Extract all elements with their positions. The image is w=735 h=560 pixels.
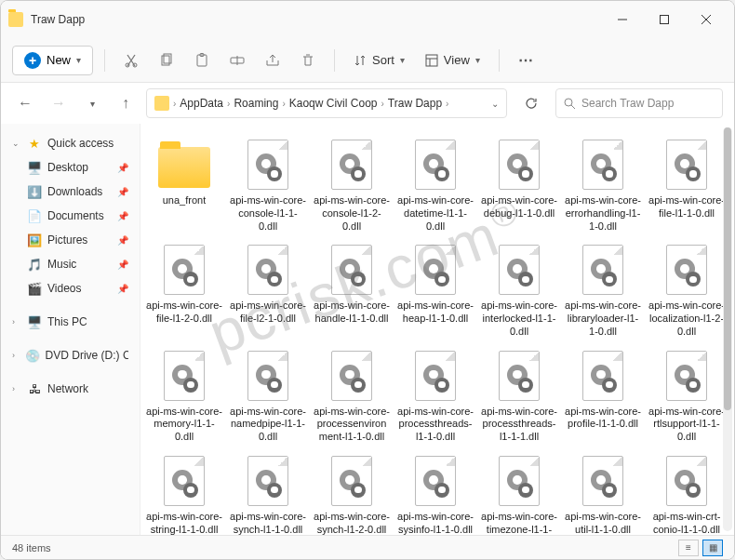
view-icon xyxy=(425,54,438,67)
dll-icon xyxy=(666,456,707,506)
search-icon xyxy=(564,98,576,110)
share-button[interactable] xyxy=(258,46,287,75)
breadcrumb-item[interactable]: AppData xyxy=(180,97,223,110)
item-icon: 📄 xyxy=(27,208,42,223)
sidebar-item[interactable]: ⬇️Downloads📌 xyxy=(5,180,136,204)
file-item[interactable]: api-ms-win-core-heap-l1-1-0.dll xyxy=(395,240,475,341)
file-item[interactable]: api-ms-win-core-localization-l1-2-0.dll xyxy=(647,240,727,341)
file-item[interactable]: api-ms-win-core-errorhandling-l1-1-0.dll xyxy=(563,135,643,236)
more-button[interactable]: ⋯ xyxy=(511,46,541,75)
recent-button[interactable]: ▾ xyxy=(79,90,105,116)
icons-view-toggle[interactable]: ▦ xyxy=(702,540,723,556)
file-label: api-ms-win-core-libraryloader-l1-1-0.dll xyxy=(565,300,641,338)
file-item[interactable]: api-ms-win-core-file-l1-2-0.dll xyxy=(144,240,224,341)
cut-button[interactable] xyxy=(116,46,146,75)
breadcrumb-item[interactable]: Traw Dapp xyxy=(388,97,442,110)
item-icon: 🖥️ xyxy=(27,160,42,175)
sidebar-label: Quick access xyxy=(47,137,114,150)
rename-button[interactable] xyxy=(222,46,252,75)
file-label: api-ms-win-core-interlocked-l1-1-0.dll xyxy=(481,300,557,338)
file-item[interactable]: api-ms-win-core-console-l1-2-0.dll xyxy=(312,135,392,236)
file-label: api-ms-win-core-memory-l1-1-0.dll xyxy=(146,406,222,444)
files-view[interactable]: una_frontapi-ms-win-core-console-l1-1-0.… xyxy=(140,124,734,535)
sidebar-quick-access[interactable]: ⌄ ★ Quick access xyxy=(5,131,136,155)
chevron-down-icon: ⌄ xyxy=(12,139,21,148)
minimize-button[interactable] xyxy=(601,6,643,33)
breadcrumb-item[interactable]: Kaoqw Civil Coop xyxy=(289,97,378,110)
details-view-toggle[interactable]: ≡ xyxy=(678,540,699,556)
sidebar-this-pc[interactable]: › 🖥️ This PC xyxy=(5,310,136,334)
file-item[interactable]: api-ms-win-crt-conio-l1-1-0.dll xyxy=(647,451,727,535)
gear-icon xyxy=(434,167,449,181)
scroll-thumb[interactable] xyxy=(724,127,731,410)
file-item[interactable]: api-ms-win-core-timezone-l1-1-0.dll xyxy=(479,451,559,535)
breadcrumb[interactable]: › AppData › Roaming › Kaoqw Civil Coop ›… xyxy=(146,88,507,118)
item-icon: 🖼️ xyxy=(27,233,42,247)
gear-icon xyxy=(267,272,282,287)
dll-icon xyxy=(331,140,372,190)
file-item[interactable]: api-ms-win-core-processenvironment-l1-1-… xyxy=(312,346,392,447)
chevron-right-icon: › xyxy=(227,99,230,109)
file-item[interactable]: api-ms-win-core-debug-l1-1-0.dll xyxy=(479,135,559,236)
sidebar-item[interactable]: 🎬Videos📌 xyxy=(5,276,136,300)
breadcrumb-item[interactable]: Roaming xyxy=(234,97,278,110)
back-button[interactable]: ← xyxy=(12,90,38,116)
gear-icon xyxy=(602,272,617,287)
file-item[interactable]: api-ms-win-core-processthreads-l1-1-0.dl… xyxy=(395,346,475,447)
refresh-button[interactable] xyxy=(518,90,544,116)
sidebar-item[interactable]: 🖥️Desktop📌 xyxy=(5,155,136,180)
file-item[interactable]: api-ms-win-core-interlocked-l1-1-0.dll xyxy=(479,240,559,341)
navbar: ← → ▾ ↑ › AppData › Roaming › Kaoqw Civi… xyxy=(1,83,734,124)
sidebar-item[interactable]: 📄Documents📌 xyxy=(5,204,136,228)
sidebar-item[interactable]: 🎵Music📌 xyxy=(5,252,136,276)
sidebar-item[interactable]: 🖼️Pictures📌 xyxy=(5,228,136,252)
file-item[interactable]: api-ms-win-core-util-l1-1-0.dll xyxy=(563,451,643,535)
up-button[interactable]: ↑ xyxy=(113,90,139,116)
file-item[interactable]: api-ms-win-core-console-l1-1-0.dll xyxy=(228,135,308,236)
file-item[interactable]: api-ms-win-core-libraryloader-l1-1-0.dll xyxy=(563,240,643,341)
gear-icon xyxy=(183,378,198,393)
file-label: api-ms-win-core-debug-l1-1-0.dll xyxy=(481,194,557,220)
chevron-down-icon: ▾ xyxy=(76,55,81,65)
file-item[interactable]: api-ms-win-core-file-l2-1-0.dll xyxy=(228,240,308,341)
folder-item[interactable]: una_front xyxy=(144,135,224,236)
close-button[interactable] xyxy=(685,6,727,33)
file-item[interactable]: api-ms-win-core-rtlsupport-l1-1-0.dll xyxy=(647,346,727,447)
dll-icon xyxy=(582,245,623,295)
chevron-down-icon[interactable]: ⌄ xyxy=(491,99,499,109)
file-item[interactable]: api-ms-win-core-string-l1-1-0.dll xyxy=(144,451,224,535)
file-item[interactable]: api-ms-win-core-memory-l1-1-0.dll xyxy=(144,346,224,447)
file-item[interactable]: api-ms-win-core-handle-l1-1-0.dll xyxy=(312,240,392,341)
delete-button[interactable] xyxy=(293,46,323,75)
sidebar-label: Network xyxy=(47,382,88,395)
sort-button[interactable]: Sort ▾ xyxy=(346,49,412,71)
copy-button[interactable] xyxy=(152,46,181,75)
file-item[interactable]: api-ms-win-core-synch-l1-1-0.dll xyxy=(228,451,308,535)
file-item[interactable]: api-ms-win-core-synch-l1-2-0.dll xyxy=(312,451,392,535)
file-item[interactable]: api-ms-win-core-datetime-l1-1-0.dll xyxy=(395,135,475,236)
file-item[interactable]: api-ms-win-core-sysinfo-l1-1-0.dll xyxy=(395,451,475,535)
file-item[interactable]: api-ms-win-core-profile-l1-1-0.dll xyxy=(563,346,643,447)
search-input[interactable]: Search Traw Dapp xyxy=(555,88,723,118)
gear-icon xyxy=(518,167,533,181)
gear-icon xyxy=(183,483,198,498)
file-label: api-ms-win-core-console-l1-1-0.dll xyxy=(230,194,306,233)
file-label: api-ms-win-core-file-l2-1-0.dll xyxy=(230,300,306,326)
new-button[interactable]: + New ▾ xyxy=(12,46,93,75)
maximize-button[interactable] xyxy=(643,6,685,33)
file-label: api-ms-win-core-handle-l1-1-0.dll xyxy=(314,300,390,326)
view-button[interactable]: View ▾ xyxy=(418,49,488,71)
file-item[interactable]: api-ms-win-core-file-l1-1-0.dll xyxy=(647,135,727,236)
sidebar-dvd[interactable]: › 💿 DVD Drive (D:) CCCC xyxy=(5,343,136,367)
item-icon: ⬇️ xyxy=(27,184,42,199)
file-label: api-ms-win-core-timezone-l1-1-0.dll xyxy=(481,511,557,535)
sidebar-network[interactable]: › 🖧 Network xyxy=(5,377,136,401)
scrollbar[interactable] xyxy=(723,127,732,531)
gear-icon xyxy=(351,378,366,393)
file-icon-wrap xyxy=(242,139,294,191)
forward-button[interactable]: → xyxy=(46,90,72,116)
paste-button[interactable] xyxy=(187,46,217,75)
sidebar-item-label: Documents xyxy=(47,209,104,222)
file-item[interactable]: api-ms-win-core-namedpipe-l1-1-0.dll xyxy=(228,346,308,447)
file-item[interactable]: api-ms-win-core-processthreads-l1-1-1.dl… xyxy=(479,346,559,447)
